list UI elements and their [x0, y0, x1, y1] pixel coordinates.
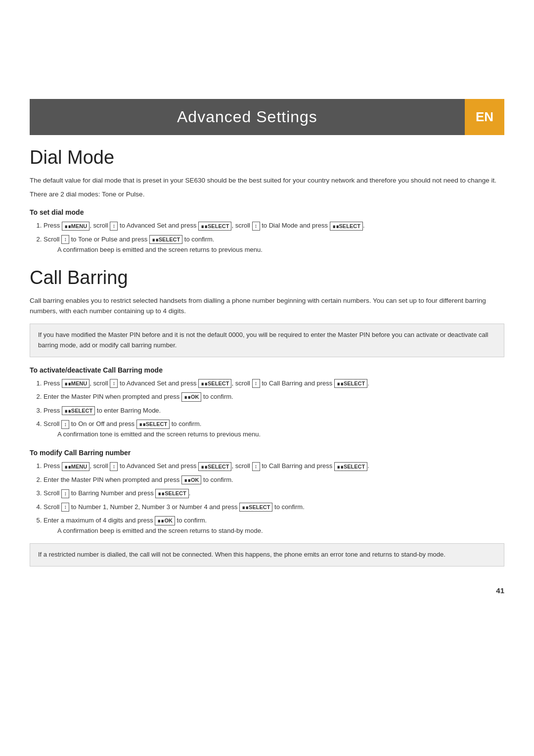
dial-mode-intro-2: There are 2 dial modes: Tone or Pulse.: [30, 189, 504, 200]
modify-step-5-note: A confirmation beep is emitted and the s…: [44, 527, 263, 534]
call-barring-intro: Call barring enables you to restrict sel…: [30, 295, 504, 317]
dial-step-2: Scroll to Tone or Pulse and press ∎∎SELE…: [44, 234, 504, 255]
modify-step-1: Press ∎∎MENU, scroll to Advanced Set and…: [44, 461, 504, 471]
select-button-9: ∎∎SELECT: [334, 462, 367, 471]
dial-step-1: Press ∎∎MENU, scroll to Advanced Set and…: [44, 220, 504, 231]
scroll-icon-3: [61, 235, 69, 244]
activate-step-1: Press ∎∎MENU, scroll to Advanced Set and…: [44, 378, 504, 388]
header-lang: EN: [465, 99, 504, 135]
page-number: 41: [30, 586, 504, 595]
scroll-icon-7: [110, 462, 118, 471]
modify-steps: Press ∎∎MENU, scroll to Advanced Set and…: [30, 461, 504, 536]
dial-mode-title: Dial Mode: [30, 147, 504, 168]
call-barring-note-2: If a restricted number is dialled, the c…: [30, 543, 504, 567]
modify-step-5: Enter a maximum of 4 digits and press ∎∎…: [44, 515, 504, 536]
activate-step-2: Enter the Master PIN when prompted and p…: [44, 391, 504, 402]
scroll-icon-10: [61, 503, 69, 512]
ok-button-1: ∎∎OK: [181, 392, 202, 401]
activate-heading: To activate/deactivate Call Barring mode: [30, 366, 504, 374]
set-dial-mode-steps: Press ∎∎MENU, scroll to Advanced Set and…: [30, 220, 504, 255]
select-button-icon-1: ∎∎SELECT: [198, 222, 231, 231]
header-title: Advanced Settings: [30, 99, 465, 135]
activate-steps: Press ∎∎MENU, scroll to Advanced Set and…: [30, 378, 504, 440]
menu-button-2: ∎∎MENU: [62, 379, 89, 388]
dial-mode-intro-1: The default value for dial mode that is …: [30, 175, 504, 186]
select-button-6: ∎∎SELECT: [62, 406, 95, 415]
header-banner: Advanced Settings EN: [30, 99, 504, 135]
select-button-10: ∎∎SELECT: [155, 489, 188, 498]
scroll-icon-5: [252, 379, 260, 388]
modify-step-2: Enter the Master PIN when prompted and p…: [44, 474, 504, 485]
activate-step-4: Scroll to On or Off and press ∎∎SELECT t…: [44, 419, 504, 440]
select-button-7: ∎∎SELECT: [136, 420, 170, 428]
call-barring-section: Call Barring Call barring enables you to…: [30, 267, 504, 567]
modify-step-4: Scroll to Number 1, Number 2, Number 3 o…: [44, 502, 504, 512]
call-barring-note-1: If you have modified the Master PIN befo…: [30, 324, 504, 357]
modify-step-3: Scroll to Barring Number and press ∎∎SEL…: [44, 488, 504, 498]
modify-heading: To modify Call Barring number: [30, 449, 504, 457]
scroll-icon-1: [110, 222, 118, 231]
dial-step-2-note: A confirmation beep is emitted and the s…: [44, 246, 263, 253]
scroll-icon-8: [252, 462, 260, 471]
menu-button-icon: ∎∎MENU: [62, 222, 89, 231]
ok-button-2: ∎∎OK: [181, 475, 202, 484]
select-button-icon-3: ∎∎SELECT: [149, 235, 182, 244]
scroll-icon-9: [61, 489, 69, 498]
ok-button-3: ∎∎OK: [155, 516, 175, 525]
menu-button-3: ∎∎MENU: [62, 462, 89, 471]
select-button-icon-2: ∎∎SELECT: [330, 222, 363, 231]
call-barring-title: Call Barring: [30, 267, 504, 288]
select-button-4: ∎∎SELECT: [198, 379, 231, 388]
select-button-11: ∎∎SELECT: [239, 503, 272, 512]
scroll-icon-6: [61, 420, 69, 429]
activate-step-3: Press ∎∎SELECT to enter Barring Mode.: [44, 405, 504, 416]
scroll-icon-4: [110, 379, 118, 388]
select-button-5: ∎∎SELECT: [334, 379, 367, 388]
scroll-icon-2: [252, 222, 260, 231]
activate-step-4-note: A confirmation tone is emitted and the s…: [44, 430, 261, 438]
select-button-8: ∎∎SELECT: [198, 462, 231, 471]
set-dial-mode-heading: To set dial mode: [30, 208, 504, 216]
